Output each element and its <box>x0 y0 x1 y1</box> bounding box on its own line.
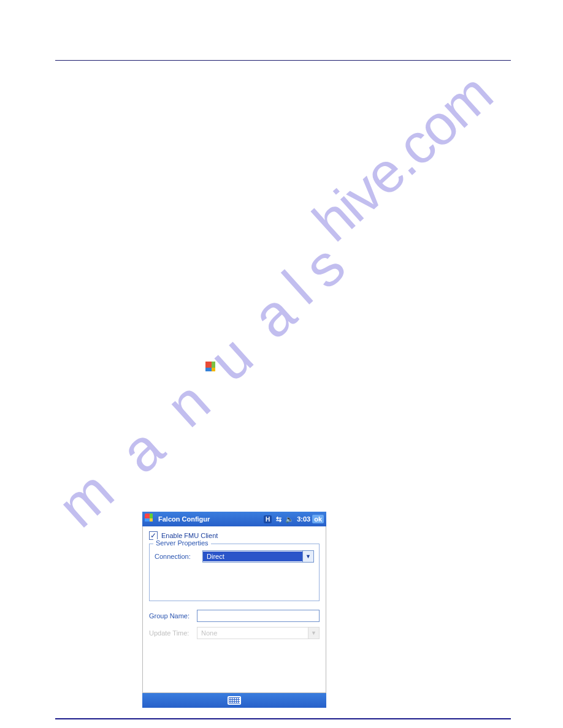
ok-button[interactable]: ok <box>312 515 324 523</box>
update-time-value: None <box>197 628 308 638</box>
connection-label: Connection: <box>155 553 199 560</box>
group-name-input[interactable] <box>197 610 320 622</box>
connection-icon[interactable]: ⇆ <box>274 515 283 523</box>
window-title: Falcon Configur <box>158 515 262 523</box>
volume-icon[interactable]: 🔈 <box>285 515 294 523</box>
watermark-char: a <box>239 280 308 351</box>
watermark-char: l <box>270 259 324 317</box>
chevron-down-icon[interactable]: ▼ <box>302 551 313 562</box>
window-client-area: ✓ Enable FMU Client Server Properties Co… <box>142 526 326 693</box>
header-rule <box>55 60 511 61</box>
windows-logo <box>205 362 219 375</box>
enable-fmu-label: Enable FMU Client <box>161 532 218 539</box>
server-properties-legend: Server Properties <box>153 539 211 547</box>
bottom-toolbar <box>142 693 326 708</box>
watermark-char: n <box>153 369 222 440</box>
chevron-down-icon: ▼ <box>308 628 319 639</box>
device-screenshot: Falcon Configur H ⇆ 🔈 3:03 ok ✓ Enable F… <box>142 512 326 708</box>
server-properties-group: Server Properties Connection: Direct ▼ <box>149 544 320 601</box>
footer-rule <box>55 718 511 719</box>
watermark-char: m <box>45 458 126 540</box>
update-time-select: None ▼ <box>197 627 320 639</box>
group-name-label: Group Name: <box>149 612 193 620</box>
update-time-label: Update Time: <box>149 629 193 637</box>
titlebar-badge: H <box>264 515 272 523</box>
window-titlebar: Falcon Configur H ⇆ 🔈 3:03 ok <box>142 512 326 526</box>
keyboard-icon[interactable] <box>228 696 241 705</box>
watermark-char: u <box>196 323 265 394</box>
connection-value: Direct <box>203 552 302 561</box>
clock: 3:03 <box>297 515 310 523</box>
watermark-tail: hive.com <box>301 62 504 254</box>
watermark-char: s <box>291 232 357 301</box>
connection-select[interactable]: Direct ▼ <box>202 550 314 563</box>
enable-fmu-checkbox[interactable]: ✓ <box>149 531 158 540</box>
watermark-char: a <box>107 415 176 486</box>
start-icon[interactable] <box>145 514 156 525</box>
